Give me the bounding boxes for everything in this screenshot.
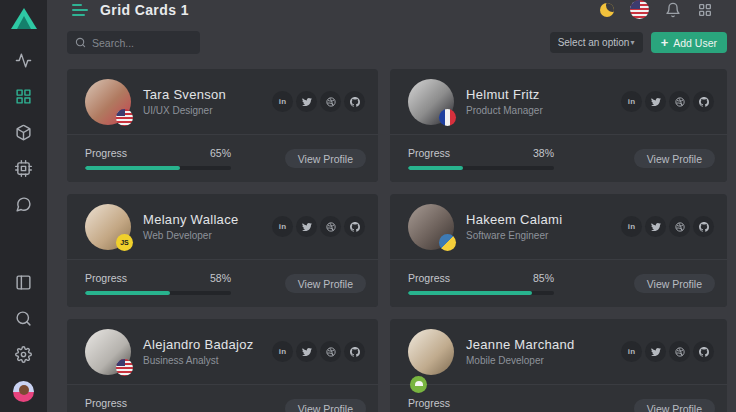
dribbble-icon[interactable] [320,91,341,112]
social-links: in [621,91,714,112]
sidebar-item-grid-cards[interactable] [6,78,42,114]
current-user-avatar[interactable] [13,381,34,402]
user-name: Tara Svenson [143,87,226,102]
user-card-body: Hakeem Calami Software Engineer in [390,194,727,259]
menu-toggle-icon[interactable] [72,4,88,16]
progress-fill [408,291,532,295]
user-identity: Jeanne Marchand Mobile Developer [466,337,575,366]
user-identity: Helmut Fritz Product Manager [466,87,543,116]
search-box [67,31,200,54]
progress-percent: 85% [533,272,554,284]
progress-percent: 38% [533,147,554,159]
filter-select[interactable]: Select an option ▾ [550,32,643,53]
linkedin-icon[interactable]: in [272,341,293,362]
user-name: Melany Wallace [143,212,238,227]
cards-grid: Tara Svenson UI/UX Designer in Progress [67,69,727,412]
user-role: UI/UX Designer [143,105,226,116]
github-icon[interactable] [693,216,714,237]
sidebar-item-layout[interactable] [6,264,42,300]
skill-flag-badge [439,109,456,126]
progress-label: Progress [408,397,450,409]
skill-flag-badge: JS [116,234,133,251]
language-selector[interactable] [630,0,649,19]
cpu-icon [15,160,32,177]
skill-flag-badge [116,359,133,376]
user-card: Jeanne Marchand Mobile Developer in Prog [390,319,727,412]
twitter-icon[interactable] [296,341,317,362]
user-role: Product Manager [466,105,543,116]
sidebar-item-settings[interactable] [6,336,42,372]
grid-apps-icon [697,2,713,18]
sidebar-item-search[interactable] [6,300,42,336]
view-profile-button[interactable]: View Profile [285,399,366,412]
user-card: Alejandro Badajoz Business Analyst in Pr [67,319,378,412]
user-identity: Hakeem Calami Software Engineer [466,212,562,241]
main-area: Grid Cards 1 Select an option ▾ + Add Us… [47,0,736,412]
user-name: Alejandro Badajoz [143,337,254,352]
twitter-icon[interactable] [645,91,666,112]
view-profile-button[interactable]: View Profile [285,274,366,293]
user-card-footer: Progress 85% View Profile [390,259,727,307]
dribbble-icon[interactable] [669,91,690,112]
view-profile-button[interactable]: View Profile [285,149,366,168]
dribbble-icon[interactable] [669,216,690,237]
sidebar-item-chat[interactable] [6,186,42,222]
social-links: in [621,341,714,362]
user-card-body: Helmut Fritz Product Manager in [390,69,727,134]
github-icon[interactable] [693,91,714,112]
add-user-label: Add User [673,37,717,49]
user-card-footer: Progress View Profile [67,384,378,412]
github-icon[interactable] [344,341,365,362]
view-profile-button[interactable]: View Profile [634,149,715,168]
twitter-icon[interactable] [645,341,666,362]
user-identity: Tara Svenson UI/UX Designer [143,87,226,116]
notifications-button[interactable] [665,2,681,18]
filter-select-value: Select an option [558,37,630,48]
topbar-icons [600,0,713,19]
dark-mode-toggle[interactable] [600,3,614,17]
user-card-footer: Progress 58% View Profile [67,259,378,307]
view-profile-button[interactable]: View Profile [634,399,715,412]
linkedin-icon[interactable]: in [272,91,293,112]
progress-block: Progress [408,397,554,412]
box-icon [15,124,32,141]
plus-icon: + [661,36,669,49]
sidebar [0,0,47,412]
dribbble-icon[interactable] [320,216,341,237]
user-identity: Melany Wallace Web Developer [143,212,238,241]
github-icon[interactable] [693,341,714,362]
us-flag-icon [630,0,649,19]
page-title: Grid Cards 1 [100,2,189,18]
sidebar-item-activity[interactable] [6,42,42,78]
apps-menu-button[interactable] [697,2,713,18]
linkedin-icon[interactable]: in [621,216,642,237]
app-logo[interactable] [11,8,37,29]
search-icon [15,310,32,327]
twitter-icon[interactable] [645,216,666,237]
linkedin-icon[interactable]: in [272,216,293,237]
dribbble-icon[interactable] [320,341,341,362]
progress-block: Progress 38% [408,147,554,170]
view-profile-button[interactable]: View Profile [634,274,715,293]
progress-track [408,291,554,295]
logo-triangle-inner [17,16,31,29]
sidebar-item-system[interactable] [6,150,42,186]
sidebar-item-components[interactable] [6,114,42,150]
user-name: Jeanne Marchand [466,337,575,352]
github-icon[interactable] [344,91,365,112]
progress-block: Progress 65% [85,147,231,170]
twitter-icon[interactable] [296,216,317,237]
user-card: Helmut Fritz Product Manager in Progress [390,69,727,182]
dribbble-icon[interactable] [669,341,690,362]
linkedin-icon[interactable]: in [621,91,642,112]
progress-label: Progress [85,272,127,284]
user-role: Business Analyst [143,355,254,366]
linkedin-icon[interactable]: in [621,341,642,362]
add-user-button[interactable]: + Add User [651,32,727,53]
twitter-icon[interactable] [296,91,317,112]
user-card: JS Melany Wallace Web Developer in [67,194,378,307]
progress-percent: 58% [210,272,231,284]
search-input[interactable] [92,37,192,49]
github-icon[interactable] [344,216,365,237]
user-role: Web Developer [143,230,238,241]
